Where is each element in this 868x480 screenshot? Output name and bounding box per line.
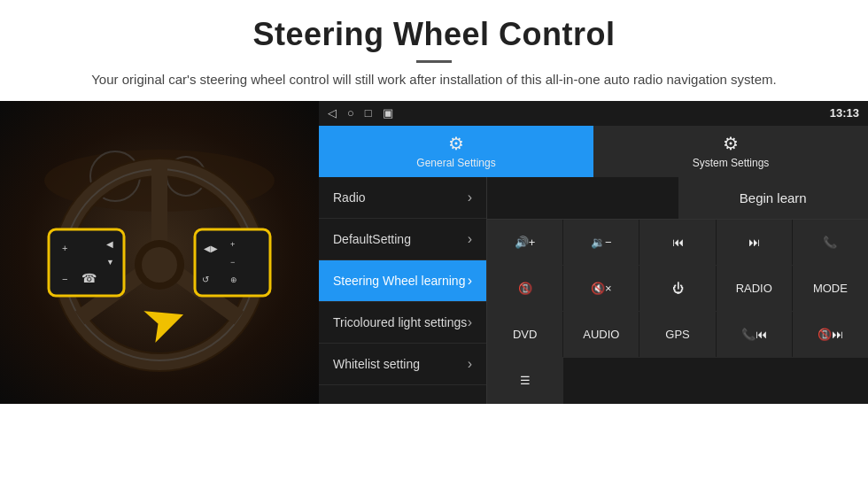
dvd-button[interactable]: DVD <box>487 312 563 357</box>
next-track-icon: ⏭ <box>748 236 760 249</box>
status-icons: ◁ ○ □ ▣ <box>328 106 393 120</box>
menu-item-tricoloured[interactable]: Tricoloured light settings › <box>319 302 486 344</box>
svg-text:▼: ▼ <box>106 258 114 267</box>
page-subtitle: Your original car's steering wheel contr… <box>53 70 815 90</box>
svg-text:⊕: ⊕ <box>230 275 237 284</box>
system-settings-icon: ⚙ <box>723 133 739 154</box>
home-icon[interactable]: ○ <box>347 106 354 120</box>
tab-system-label: System Settings <box>693 157 770 169</box>
menu-item-tricoloured-label: Tricoloured light settings <box>333 315 467 329</box>
prev-track-icon: ⏮ <box>672 236 684 249</box>
next-combo-button[interactable]: 📵⏭ <box>793 312 868 357</box>
menu-item-steering[interactable]: Steering Wheel learning › <box>319 260 486 302</box>
svg-text:+: + <box>230 240 235 249</box>
next-track-button[interactable]: ⏭ <box>717 220 793 265</box>
mute-button[interactable]: 🔇× <box>563 266 639 311</box>
menu-item-whitelist[interactable]: Whitelist setting › <box>319 344 486 385</box>
button-row-3: DVD AUDIO GPS 📞⏮ 📵⏭ <box>487 312 868 358</box>
prev-combo-button[interactable]: 📞⏮ <box>717 312 793 357</box>
image-background: + ◀ ▼ − ☎ ◀▶ + − ↺ ⊕ ➤ <box>0 101 319 404</box>
apps-icon[interactable]: ▣ <box>383 106 393 120</box>
volume-up-icon: 🔊+ <box>515 236 536 249</box>
chevron-icon: › <box>468 314 472 330</box>
menu-item-radio[interactable]: Radio › <box>319 177 486 219</box>
audio-label: AUDIO <box>583 328 619 341</box>
menu-button[interactable]: ☰ <box>487 358 564 403</box>
next-combo-icon: 📵⏭ <box>818 328 843 341</box>
button-grid: 🔊+ 🔉− ⏮ ⏭ 📞 <box>487 220 868 404</box>
mode-button[interactable]: MODE <box>793 266 868 311</box>
content-area: Radio › DefaultSetting › Steering Wheel … <box>319 177 868 404</box>
android-panel: ◁ ○ □ ▣ 13:13 ⚙ General Settings ⚙ Syste… <box>319 101 868 404</box>
general-settings-icon: ⚙ <box>448 133 464 154</box>
phone-icon: 📞 <box>823 236 837 249</box>
hang-up-icon: 📵 <box>518 282 532 295</box>
button-row-2: 📵 🔇× ⏻ RADIO MODE <box>487 266 868 312</box>
bottom-panel: + ◀ ▼ − ☎ ◀▶ + − ↺ ⊕ ➤ ◁ ○ □ <box>0 101 868 404</box>
svg-text:↺: ↺ <box>202 275 209 284</box>
gps-button[interactable]: GPS <box>639 312 716 357</box>
tab-general[interactable]: ⚙ General Settings <box>319 126 593 177</box>
tab-general-label: General Settings <box>416 157 495 169</box>
volume-up-button[interactable]: 🔊+ <box>487 220 563 265</box>
mute-icon: 🔇× <box>591 282 612 295</box>
gps-label: GPS <box>665 328 689 341</box>
prev-track-button[interactable]: ⏮ <box>639 220 716 265</box>
menu-item-default-setting[interactable]: DefaultSetting › <box>319 219 486 260</box>
svg-text:◀▶: ◀▶ <box>204 244 218 253</box>
dvd-label: DVD <box>513 328 537 341</box>
hang-up-button[interactable]: 📵 <box>487 266 563 311</box>
prev-combo-icon: 📞⏮ <box>741 328 767 341</box>
menu-item-whitelist-label: Whitelist setting <box>333 357 420 371</box>
menu-item-default-label: DefaultSetting <box>333 232 411 246</box>
begin-learn-row: Begin learn <box>487 177 868 220</box>
menu-item-steering-label: Steering Wheel learning <box>333 274 465 288</box>
header-section: Steering Wheel Control Your original car… <box>0 0 868 101</box>
tab-system[interactable]: ⚙ System Settings <box>593 126 868 177</box>
chevron-icon: › <box>468 190 472 205</box>
svg-text:◀: ◀ <box>106 239 113 249</box>
control-panel: Begin learn 🔊+ 🔉− ⏮ <box>487 177 868 404</box>
chevron-icon: › <box>468 356 472 372</box>
radio-button[interactable]: RADIO <box>717 266 793 311</box>
button-row-1: 🔊+ 🔉− ⏮ ⏭ 📞 <box>487 220 868 266</box>
status-bar: ◁ ○ □ ▣ 13:13 <box>319 101 868 126</box>
title-divider <box>416 60 452 63</box>
svg-point-10 <box>142 247 177 283</box>
mode-label: MODE <box>813 282 848 295</box>
tab-bar: ⚙ General Settings ⚙ System Settings <box>319 126 868 177</box>
begin-learn-button[interactable]: Begin learn <box>678 177 869 219</box>
steering-wheel-image: + ◀ ▼ − ☎ ◀▶ + − ↺ ⊕ ➤ <box>0 101 319 404</box>
menu-icon: ☰ <box>520 374 531 387</box>
status-time: 13:13 <box>830 106 859 120</box>
svg-text:☎: ☎ <box>81 271 97 285</box>
svg-text:+: + <box>62 243 67 253</box>
settings-menu: Radio › DefaultSetting › Steering Wheel … <box>319 177 487 404</box>
audio-button[interactable]: AUDIO <box>563 312 639 357</box>
recents-icon[interactable]: □ <box>365 106 372 120</box>
svg-text:−: − <box>230 258 235 267</box>
chevron-icon: › <box>468 273 472 289</box>
power-button[interactable]: ⏻ <box>639 266 716 311</box>
empty-row4 <box>564 358 868 403</box>
volume-down-button[interactable]: 🔉− <box>563 220 639 265</box>
svg-text:−: − <box>62 274 67 284</box>
back-icon[interactable]: ◁ <box>328 106 337 120</box>
chevron-icon: › <box>468 231 472 247</box>
power-icon: ⏻ <box>672 282 684 295</box>
volume-down-icon: 🔉− <box>591 236 612 249</box>
menu-item-radio-label: Radio <box>333 190 366 205</box>
phone-button[interactable]: 📞 <box>793 220 868 265</box>
button-row-4: ☰ <box>487 358 868 403</box>
radio-label: RADIO <box>736 282 772 295</box>
page-title: Steering Wheel Control <box>53 16 815 53</box>
